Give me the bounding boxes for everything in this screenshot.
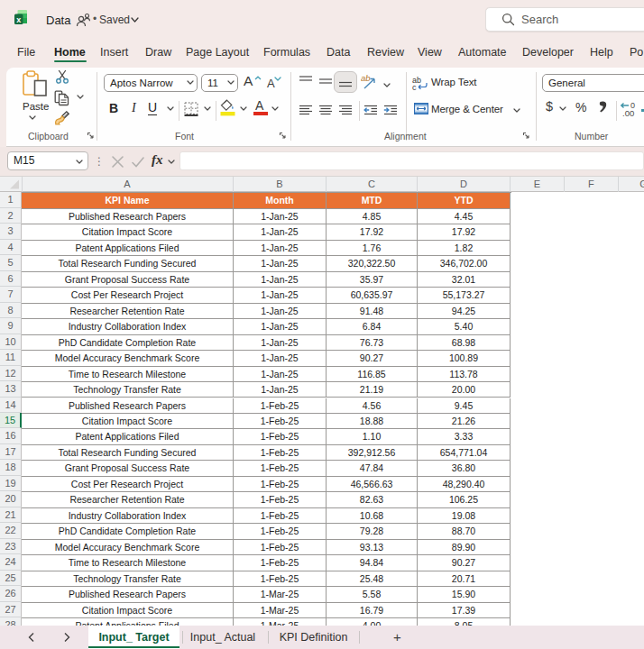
svg-text:c: c [412,83,417,91]
svg-text:x: x [16,15,21,24]
svg-text:ab: ab [361,73,371,83]
svg-text:0: 0 [630,101,635,110]
